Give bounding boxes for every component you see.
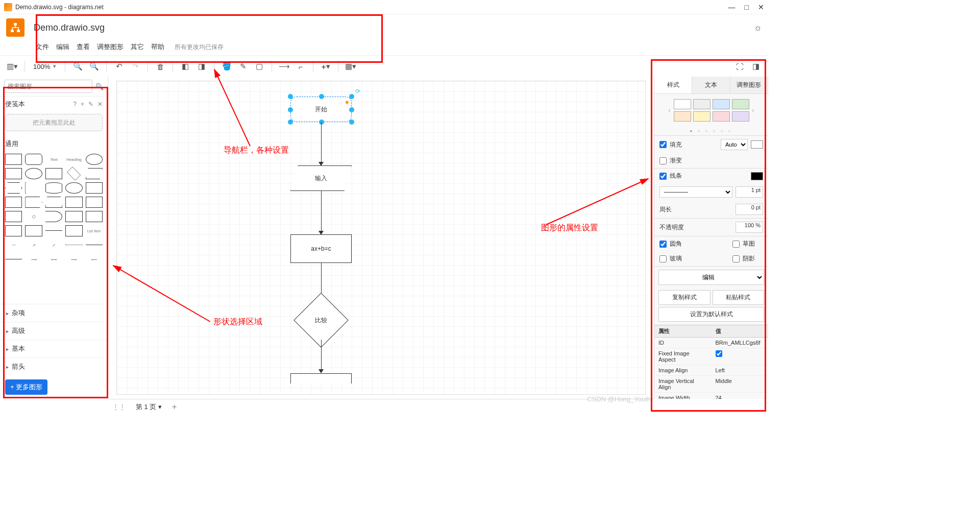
arrow-icon[interactable]: ◆ (345, 99, 349, 105)
more-shapes-button[interactable]: + 更多图形 (5, 379, 47, 395)
pager-dots[interactable]: ● ○ ○ ○ ○ ○ (654, 127, 768, 135)
node-input[interactable]: 输入 (290, 165, 352, 191)
shape-dotted[interactable] (65, 245, 82, 245)
line-check[interactable] (659, 173, 667, 180)
cat-misc[interactable]: 杂项 (0, 304, 108, 322)
shape-hex[interactable] (5, 182, 22, 194)
add-icon[interactable]: +▾ (318, 59, 333, 74)
redo-icon[interactable]: ↷ (128, 59, 142, 74)
rotate-icon[interactable]: ⟳ (355, 88, 360, 95)
swatch[interactable] (732, 99, 749, 109)
shape-rect[interactable] (5, 154, 22, 165)
edit-style[interactable]: 编辑 (658, 270, 764, 285)
search-icon[interactable]: 🔍 (95, 83, 104, 90)
help-icon[interactable]: ? (73, 101, 77, 108)
theme-icon[interactable]: ☼ (754, 22, 763, 33)
attr-align[interactable]: Left (712, 365, 769, 375)
undo-icon[interactable]: ↶ (112, 59, 126, 74)
shape-step[interactable] (25, 197, 42, 208)
attr-id[interactable]: BRm_AMLLCgs8f (712, 338, 769, 348)
fill-check[interactable] (659, 141, 667, 148)
shape-listitem[interactable]: List Item (86, 225, 103, 236)
shape-cloud[interactable] (65, 182, 82, 194)
tab-arrange[interactable]: 调整图形 (730, 77, 768, 93)
maximize-icon[interactable]: □ (745, 3, 749, 11)
sidebar-toggle-icon[interactable]: ▥▾ (5, 59, 19, 74)
add-page-icon[interactable]: + (172, 402, 177, 412)
minimize-icon[interactable]: — (728, 3, 736, 11)
scratchpad-dropzone[interactable]: 把元素拖至此处 (5, 114, 103, 131)
shape-arrow2[interactable]: ⤢ (45, 240, 62, 251)
page-tab[interactable]: 第 1 页 ▾ (132, 401, 166, 413)
copy-style-button[interactable]: 复制样式 (658, 290, 710, 305)
format-panel-icon[interactable]: ◨ (749, 59, 763, 74)
shape-list[interactable] (65, 225, 82, 236)
shape-callout[interactable] (5, 211, 22, 222)
shape-curve2[interactable]: 〰 (5, 240, 22, 251)
fixed-aspect-check[interactable] (716, 350, 722, 357)
shape-cube[interactable] (25, 225, 42, 236)
shape-curve[interactable] (45, 211, 62, 222)
shape-process[interactable] (45, 168, 62, 179)
line-style[interactable]: ────── (659, 186, 732, 198)
menu-view[interactable]: 查看 (77, 42, 90, 52)
tab-text[interactable]: 文本 (692, 77, 730, 93)
close-scratch-icon[interactable]: ✕ (97, 101, 103, 108)
menu-arrange[interactable]: 调整图形 (97, 42, 124, 52)
shape-conn2[interactable]: ⟷ (45, 254, 62, 265)
general-section[interactable]: 通用 (0, 136, 108, 152)
shape-conn3[interactable]: ⟶ (65, 254, 82, 265)
swatch[interactable] (713, 99, 730, 109)
shape-cyl[interactable] (45, 182, 62, 194)
swatch[interactable] (713, 111, 730, 122)
line-color[interactable] (751, 172, 763, 180)
shape-text[interactable]: Text (45, 154, 62, 165)
menu-edit[interactable]: 编辑 (56, 42, 69, 52)
line-icon[interactable]: ⟶ (277, 59, 291, 74)
zoom-in-icon[interactable]: 🔍 (70, 59, 85, 74)
shadow-check[interactable] (732, 255, 740, 262)
shape-conn1[interactable]: ⟶ (25, 254, 42, 265)
shape-line[interactable] (45, 230, 62, 231)
gradient-check[interactable] (659, 157, 667, 164)
menu-file[interactable]: 文件 (36, 42, 49, 52)
shape-trap[interactable] (45, 197, 62, 208)
cat-basic[interactable]: 基本 (0, 340, 108, 357)
shape-data[interactable] (5, 225, 22, 236)
tab-style[interactable]: 样式 (654, 77, 692, 93)
fullscreen-icon[interactable]: ⛶ (732, 59, 747, 74)
prev-colors-icon[interactable]: ‹ (669, 107, 671, 114)
shape-tape[interactable] (65, 197, 82, 208)
sketch-check[interactable] (732, 241, 740, 248)
cat-advanced[interactable]: 高级 (0, 322, 108, 340)
shape-line3[interactable] (5, 259, 22, 259)
shape-note[interactable] (86, 197, 103, 208)
shape-actor[interactable]: ⌬ (25, 211, 42, 222)
zoom-level[interactable]: 100%▼ (30, 63, 60, 70)
default-style-button[interactable]: 设置为默认样式 (658, 307, 764, 322)
shape-ellipse[interactable] (86, 154, 103, 165)
swatch[interactable] (674, 111, 691, 122)
perimeter-val[interactable]: 0 pt (736, 204, 763, 215)
node-formula[interactable]: ax+b=c (290, 234, 352, 263)
rounded-check[interactable] (659, 241, 667, 248)
shape-card[interactable] (5, 197, 22, 208)
shape-para[interactable] (86, 168, 103, 179)
line-width[interactable]: 1 pt (736, 186, 763, 198)
cat-arrow[interactable]: 箭头 (0, 357, 108, 375)
swatch[interactable] (693, 99, 710, 109)
glass-check[interactable] (659, 255, 667, 262)
shape-square[interactable] (5, 168, 22, 179)
shape-heading[interactable]: Heading (65, 154, 82, 165)
close-icon[interactable]: ✕ (758, 3, 764, 11)
swatch[interactable] (732, 111, 749, 122)
waypoint-icon[interactable]: ⌐ (293, 59, 308, 74)
shape-line2[interactable] (86, 245, 103, 245)
shape-tri[interactable] (25, 182, 42, 194)
shape-rounded[interactable] (25, 154, 42, 165)
node-start[interactable]: 开始 ⟳ ◆ (290, 97, 352, 122)
edit-scratch-icon[interactable]: ✎ (88, 101, 93, 108)
paste-style-button[interactable]: 粘贴样式 (713, 290, 765, 305)
zoom-out-icon[interactable]: 🔍 (87, 59, 101, 74)
table-icon[interactable]: ▦▾ (344, 59, 358, 74)
